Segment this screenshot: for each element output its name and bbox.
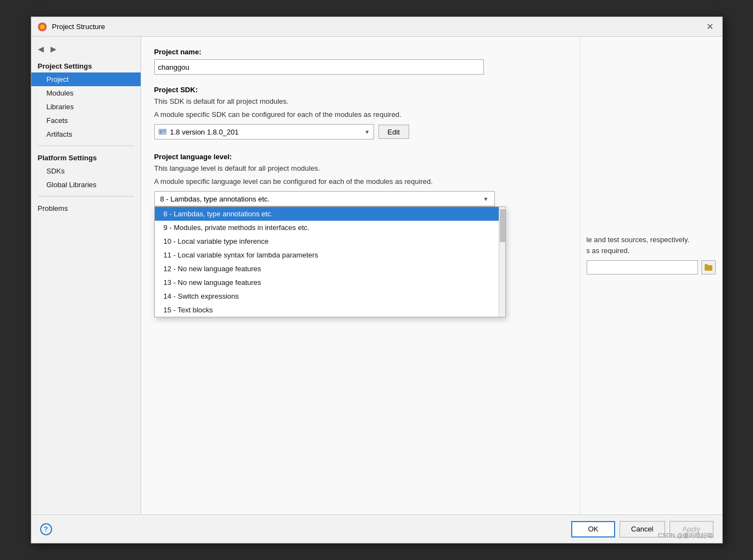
app-icon — [37, 21, 48, 32]
dropdown-scrollbar[interactable] — [499, 207, 505, 317]
sidebar-item-artifacts[interactable]: Artifacts — [31, 127, 141, 141]
sidebar-item-global-libraries[interactable]: Global Libraries — [31, 178, 141, 192]
sidebar-divider — [38, 145, 134, 146]
watermark: CSDN @傻叫晴好呦 — [658, 531, 713, 540]
sidebar: ◀ ▶ Project Settings Project Modules Lib… — [31, 37, 141, 514]
lang-dropdown-arrow: ▼ — [483, 196, 489, 202]
lang-selected-value: 8 - Lambdas, type annotations etc. — [160, 195, 270, 203]
title-bar-left: Project Structure — [37, 21, 105, 32]
sidebar-item-modules[interactable]: Modules — [31, 86, 141, 100]
dialog-footer: ? OK Cancel Apply — [31, 514, 722, 543]
main-content: Project name: Project SDK: This SDK is d… — [141, 37, 579, 514]
lang-level-label: Project language level: — [154, 153, 566, 161]
lang-option-10[interactable]: 10 - Local variable type inference — [155, 234, 505, 248]
platform-settings-section: Platform Settings — [31, 150, 141, 164]
lang-level-desc1: This language level is default for all p… — [154, 163, 566, 174]
lang-option-12[interactable]: 12 - No new language features — [155, 262, 505, 276]
help-button[interactable]: ? — [40, 523, 52, 535]
partial-input-row — [587, 260, 716, 275]
folder-browse-button[interactable] — [701, 260, 716, 275]
sdk-value: 1.8 version 1.8.0_201 — [170, 128, 239, 136]
project-name-label: Project name: — [154, 48, 566, 56]
lang-dropdown-list: 8 - Lambdas, type annotations etc. 9 - M… — [154, 206, 506, 317]
lang-option-14[interactable]: 14 - Switch expressions — [155, 289, 505, 303]
partial-text-1: le and test sources, respectively. — [587, 234, 716, 245]
lang-option-9[interactable]: 9 - Modules, private methods in interfac… — [155, 221, 505, 234]
sdk-icon — [158, 127, 167, 136]
sdk-select[interactable]: 1.8 version 1.8.0_201 ▼ — [154, 124, 374, 139]
sidebar-item-problems[interactable]: Problems — [31, 201, 141, 216]
lang-option-15[interactable]: 15 - Text blocks — [155, 303, 505, 317]
partial-text-2: s as required. — [587, 245, 716, 256]
title-bar: Project Structure ✕ — [31, 17, 722, 37]
sidebar-item-libraries[interactable]: Libraries — [31, 100, 141, 114]
close-button[interactable]: ✕ — [703, 20, 717, 33]
project-sdk-label: Project SDK: — [154, 86, 566, 94]
sdk-dropdown-arrow: ▼ — [365, 129, 370, 135]
project-sdk-desc1: This SDK is default for all project modu… — [154, 96, 566, 107]
lang-level-desc2: A module specific language level can be … — [154, 176, 566, 187]
project-structure-dialog: Project Structure ✕ ◀ ▶ Project Settings… — [31, 16, 723, 544]
dialog-title: Project Structure — [52, 23, 105, 31]
lang-select-box[interactable]: 8 - Lambdas, type annotations etc. ▼ — [154, 191, 495, 206]
lang-dropdown-container: 8 - Lambdas, type annotations etc. ▼ 8 -… — [154, 191, 566, 206]
dialog-body: ◀ ▶ Project Settings Project Modules Lib… — [31, 37, 722, 514]
project-name-input[interactable] — [154, 59, 484, 75]
project-settings-section: Project Settings — [31, 59, 141, 72]
sdk-row: 1.8 version 1.8.0_201 ▼ Edit — [154, 124, 566, 139]
lang-option-13[interactable]: 13 - No new language features — [155, 276, 505, 289]
partial-path-input[interactable] — [587, 260, 698, 275]
lang-option-8[interactable]: 8 - Lambdas, type annotations etc. — [155, 207, 505, 221]
svg-rect-5 — [163, 130, 165, 132]
folder-icon — [705, 264, 712, 271]
scrollbar-thumb — [500, 209, 505, 242]
svg-rect-4 — [160, 130, 162, 133]
nav-controls: ◀ ▶ — [31, 41, 141, 59]
partial-right-panel: le and test sources, respectively. s as … — [579, 37, 722, 514]
sidebar-divider-2 — [38, 196, 134, 197]
forward-button[interactable]: ▶ — [48, 43, 59, 54]
lang-option-11[interactable]: 11 - Local variable syntax for lambda pa… — [155, 248, 505, 262]
project-sdk-desc2: A module specific SDK can be configured … — [154, 109, 566, 120]
sidebar-item-sdks[interactable]: SDKs — [31, 164, 141, 178]
ok-button[interactable]: OK — [571, 521, 615, 537]
back-button[interactable]: ◀ — [36, 43, 46, 54]
sidebar-item-project[interactable]: Project — [31, 72, 141, 86]
svg-point-2 — [41, 25, 43, 28]
edit-sdk-button[interactable]: Edit — [378, 125, 409, 139]
sidebar-item-facets[interactable]: Facets — [31, 114, 141, 127]
